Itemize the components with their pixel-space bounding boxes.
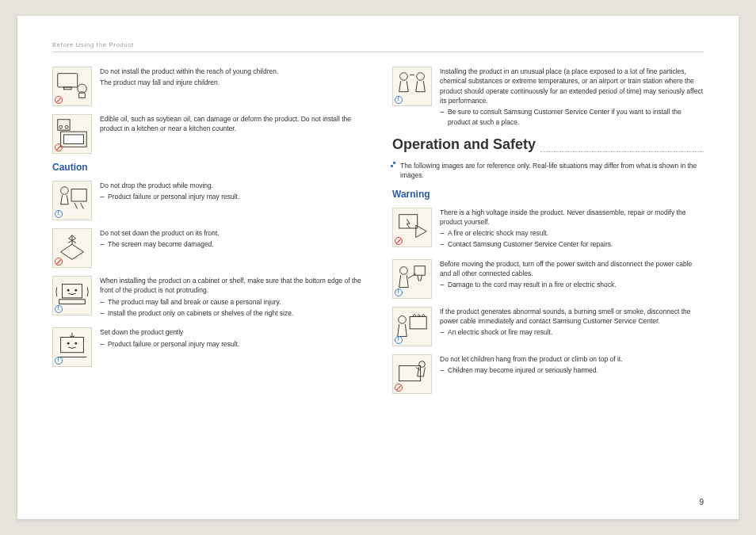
item-main-text: Installing the product in an unusual pla… <box>440 67 704 105</box>
item-sub-text: Children may become injured or seriously… <box>440 365 623 375</box>
item-text: There is a high voltage inside the produ… <box>440 208 704 251</box>
svg-point-23 <box>417 73 425 81</box>
note-text: The following images are for reference o… <box>400 162 697 179</box>
safety-item: When installing the product on a cabinet… <box>52 276 364 319</box>
item-sub-text: The screen may become damaged. <box>100 239 220 249</box>
item-sub-text: Contact Samsung Customer Service Center … <box>440 239 704 249</box>
svg-point-27 <box>399 315 407 323</box>
illustration-icon <box>52 327 92 367</box>
item-main-text: Before moving the product, turn off the … <box>440 259 704 279</box>
prohibit-icon <box>55 258 63 266</box>
illustration-icon <box>392 208 432 247</box>
safety-item: Do not set down the product on its front… <box>52 228 364 268</box>
illustration-icon <box>392 307 432 346</box>
item-main-text: Do not set down the product on its front… <box>100 228 220 238</box>
svg-rect-9 <box>71 189 86 201</box>
svg-point-22 <box>400 73 408 81</box>
item-text: Do not set down the product on its front… <box>100 228 220 268</box>
svg-rect-16 <box>59 300 86 304</box>
info-icon <box>395 336 403 344</box>
item-sub-text: A fire or electric shock may result. <box>440 228 704 238</box>
content-columns: Do not install the product within the re… <box>52 67 704 505</box>
prohibit-icon <box>395 384 403 392</box>
svg-point-8 <box>61 187 69 195</box>
item-sub-text: Product failure or personal injury may r… <box>100 339 239 349</box>
item-sub-text: An electric shock or fire may result. <box>440 327 704 337</box>
svg-point-14 <box>67 289 70 292</box>
item-main-text: When installing the product on a cabinet… <box>100 276 364 296</box>
dotted-divider <box>540 151 704 152</box>
item-sub-text: Product failure or personal injury may r… <box>100 192 239 201</box>
page-number: 9 <box>699 498 704 506</box>
item-sub-text: Damage to the cord may result in a fire … <box>440 280 704 289</box>
item-sub-text: Be sure to consult Samsung Customer Serv… <box>440 107 704 127</box>
item-main-text: Do not install the product within the re… <box>100 67 278 76</box>
svg-point-30 <box>419 361 426 367</box>
svg-rect-13 <box>63 285 82 298</box>
illustration-icon <box>392 259 432 299</box>
safety-item: Set down the product gently Product fail… <box>52 327 364 367</box>
safety-item: Do not install the product within the re… <box>52 67 364 106</box>
svg-rect-17 <box>61 338 84 353</box>
illustration-icon <box>392 67 432 106</box>
item-main-text: Edible oil, such as soybean oil, can dam… <box>100 114 364 134</box>
illustration-icon <box>52 67 92 106</box>
svg-point-25 <box>400 266 408 274</box>
manual-page: Before Using the Product Do not install … <box>17 16 739 519</box>
item-text: When installing the product on a cabinet… <box>100 276 364 319</box>
reference-note: The following images are for reference o… <box>392 161 704 181</box>
safety-item: If the product generates abnormal sounds… <box>392 307 704 346</box>
note-marker-icon <box>391 162 397 168</box>
svg-point-4 <box>59 125 63 128</box>
item-main-text: Set down the product gently <box>100 327 239 337</box>
svg-point-18 <box>67 342 70 345</box>
info-icon <box>395 289 403 296</box>
illustration-icon <box>52 228 92 268</box>
safety-item: Before moving the product, turn off the … <box>392 259 704 299</box>
illustration-icon <box>52 181 92 220</box>
svg-rect-7 <box>63 135 83 144</box>
item-main-text: If the product generates abnormal sounds… <box>440 307 704 327</box>
item-text: If the product generates abnormal sounds… <box>440 307 704 346</box>
item-text: Installing the product in an unusual pla… <box>440 67 704 128</box>
section-title: Operation and Safety <box>392 136 536 153</box>
item-sub-text: The product may fall and injure children… <box>100 78 278 87</box>
svg-point-5 <box>65 125 68 128</box>
item-text: Edible oil, such as soybean oil, can dam… <box>100 114 364 154</box>
illustration-icon <box>392 354 432 394</box>
item-text: Set down the product gently Product fail… <box>100 327 239 367</box>
prohibit-icon <box>55 143 63 151</box>
illustration-icon <box>52 276 92 315</box>
svg-point-19 <box>74 342 77 345</box>
left-column: Do not install the product within the re… <box>52 67 364 505</box>
safety-item: There is a high voltage inside the produ… <box>392 208 704 251</box>
item-main-text: There is a high voltage inside the produ… <box>440 208 704 227</box>
item-main-text: Do not drop the product while moving. <box>100 181 239 190</box>
svg-point-15 <box>74 289 77 292</box>
caution-heading: Caution <box>52 162 364 173</box>
safety-item: Edible oil, such as soybean oil, can dam… <box>52 114 364 154</box>
item-sub-text: Install the product only on cabinets or … <box>100 308 364 318</box>
safety-item: Installing the product in an unusual pla… <box>392 67 704 128</box>
item-main-text: Do not let children hang from the produc… <box>440 354 623 364</box>
safety-item: Do not drop the product while moving. Pr… <box>52 181 364 220</box>
prohibit-icon <box>55 96 63 104</box>
item-text: Do not install the product within the re… <box>100 67 278 106</box>
item-sub-text: The product may fall and break or cause … <box>100 297 364 307</box>
warning-heading: Warning <box>392 189 704 200</box>
page-header-breadcrumb: Before Using the Product <box>52 41 704 52</box>
item-text: Do not let children hang from the produc… <box>440 354 623 394</box>
section-heading-row: Operation and Safety <box>392 136 704 156</box>
right-column: Installing the product in an unusual pla… <box>392 67 704 505</box>
info-icon <box>55 305 63 313</box>
info-icon <box>395 96 403 104</box>
prohibit-icon <box>395 237 403 245</box>
safety-item: Do not let children hang from the produc… <box>392 354 704 394</box>
svg-rect-0 <box>58 74 78 87</box>
illustration-icon <box>52 114 92 154</box>
item-text: Do not drop the product while moving. Pr… <box>100 181 239 220</box>
info-icon <box>55 210 63 218</box>
item-text: Before moving the product, turn off the … <box>440 259 704 299</box>
svg-rect-1 <box>63 87 71 90</box>
svg-rect-28 <box>410 316 426 328</box>
